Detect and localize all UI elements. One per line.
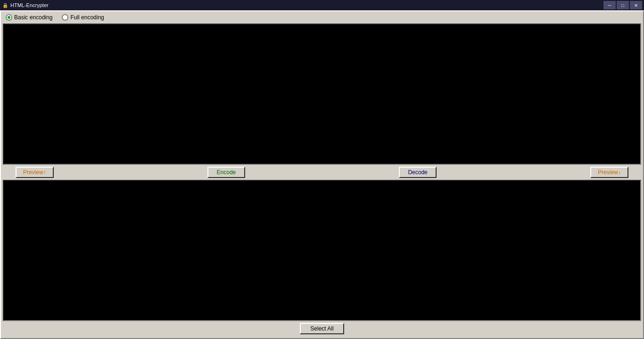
preview-down-button[interactable]: Preview↓: [590, 167, 628, 178]
button-bar-inner: Preview↑ Encode Decode Preview↓: [16, 167, 628, 178]
encode-button[interactable]: Encode: [207, 167, 245, 178]
basic-encoding-label: Basic encoding: [14, 14, 52, 21]
bottom-bar: Select All: [3, 321, 641, 336]
basic-encoding-radio[interactable]: [6, 14, 12, 21]
main-window: Basic encoding Full encoding Preview↑ En…: [0, 10, 644, 339]
preview-up-button[interactable]: Preview↑: [16, 167, 54, 178]
content-area: Preview↑ Encode Decode Preview↓ Select A…: [1, 24, 643, 338]
top-textarea[interactable]: [4, 24, 640, 164]
select-all-button[interactable]: Select All: [300, 323, 344, 334]
bottom-textarea[interactable]: [4, 181, 640, 320]
title-bar-controls: ─ □ ✕: [603, 1, 642, 9]
close-button[interactable]: ✕: [630, 1, 642, 9]
full-encoding-option[interactable]: Full encoding: [62, 14, 104, 21]
app-icon: 🔒: [2, 2, 8, 8]
bottom-textarea-wrapper: [3, 180, 641, 321]
basic-encoding-option[interactable]: Basic encoding: [6, 14, 52, 21]
title-bar: 🔒 HTML-Encrypter ─ □ ✕: [0, 0, 644, 10]
top-textarea-wrapper: [3, 24, 641, 165]
window-title: HTML-Encrypter: [10, 2, 49, 8]
full-encoding-label: Full encoding: [70, 14, 104, 21]
title-bar-left: 🔒 HTML-Encrypter: [2, 2, 49, 8]
button-bar: Preview↑ Encode Decode Preview↓: [3, 165, 641, 180]
radio-area: Basic encoding Full encoding: [1, 11, 643, 24]
full-encoding-radio[interactable]: [62, 14, 68, 21]
decode-button[interactable]: Decode: [399, 167, 437, 178]
minimize-button[interactable]: ─: [603, 1, 616, 9]
maximize-button[interactable]: □: [617, 1, 629, 9]
